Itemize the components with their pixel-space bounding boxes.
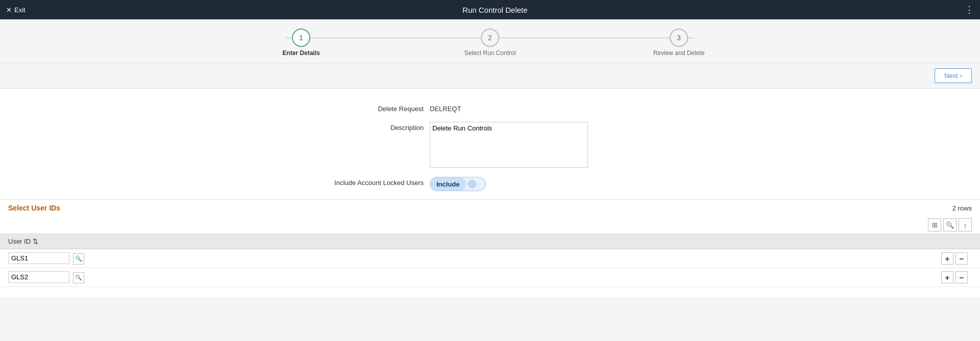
step-1-label: Enter Details [282, 49, 320, 57]
step-1-circle: 1 [292, 29, 310, 47]
user-id-search-button[interactable]: 🔍 [73, 253, 84, 265]
description-row: Description Delete Run Controls [311, 122, 669, 168]
next-label: Next [944, 72, 958, 80]
top-bar: ✕ Exit Run Control Delete ⋮ [0, 0, 980, 19]
select-users-header: Select User IDs 2 rows [0, 200, 980, 216]
page-title: Run Control Delete [462, 6, 528, 14]
row-actions-cell: + − [649, 268, 980, 287]
main-content: Delete Request DELREQT Description Delet… [0, 89, 980, 297]
table-header-row: User ID ⇅ [0, 234, 980, 249]
table-row: 🔍 + − [0, 268, 980, 287]
sort-indicator: ⇅ [33, 238, 38, 245]
more-icon: ⋮ [965, 5, 974, 15]
toolbar-row: ⊞ 🔍 ↕ [0, 216, 980, 234]
toggle-active-label: Include [430, 177, 466, 191]
step-3[interactable]: 3 Review and Delete [638, 29, 720, 57]
sort-icon-button[interactable]: ↕ [959, 218, 972, 231]
stepper: 1 Enter Details 2 Select Run Control 3 R… [260, 29, 720, 57]
description-textarea[interactable]: Delete Run Controls [430, 122, 588, 168]
include-locked-row: Include Account Locked Users Include [311, 177, 669, 191]
toggle-dot [468, 180, 476, 188]
users-table: User ID ⇅ 🔍 + − [0, 234, 980, 287]
form-area: Delete Request DELREQT Description Delet… [0, 103, 980, 191]
user-id-input[interactable] [8, 252, 69, 264]
step-2-circle: 2 [481, 29, 499, 47]
include-toggle[interactable]: Include [430, 177, 486, 191]
delete-request-row: Delete Request DELREQT [311, 103, 669, 113]
select-users-section: Select User IDs 2 rows ⊞ 🔍 ↕ User ID ⇅ [0, 199, 980, 287]
stepper-area: 1 Enter Details 2 Select Run Control 3 R… [0, 19, 980, 63]
step-3-circle: 3 [670, 29, 688, 47]
search-icon: 🔍 [946, 221, 954, 229]
next-icon: › [960, 72, 962, 80]
actions-column-header [649, 234, 980, 249]
remove-row-button[interactable]: − [955, 252, 968, 265]
step-3-label: Review and Delete [653, 49, 705, 57]
add-row-button[interactable]: + [941, 271, 953, 283]
filter-icon-button[interactable]: ⊞ [928, 218, 941, 231]
exit-button[interactable]: ✕ Exit [6, 6, 26, 14]
more-options-button[interactable]: ⋮ [965, 4, 974, 15]
sort-icon: ↕ [964, 221, 967, 229]
search-icon: 🔍 [75, 274, 82, 281]
action-row: Next › [0, 63, 980, 89]
user-id-cell: 🔍 [0, 249, 649, 268]
row-actions: + − [657, 271, 972, 283]
step-2-label: Select Run Control [464, 49, 516, 57]
include-locked-label: Include Account Locked Users [311, 177, 424, 187]
select-users-title: Select User IDs [8, 204, 60, 212]
table-row: 🔍 + − [0, 249, 980, 268]
close-icon: ✕ [6, 6, 12, 14]
delete-request-value: DELREQT [430, 103, 461, 113]
remove-row-button[interactable]: − [955, 271, 968, 283]
delete-request-label: Delete Request [311, 103, 424, 113]
user-id-cell: 🔍 [0, 268, 649, 287]
rows-count: 2 rows [952, 204, 972, 212]
user-id-input[interactable] [8, 271, 69, 283]
user-id-column-header: User ID ⇅ [0, 234, 649, 249]
filter-icon: ⊞ [932, 221, 938, 229]
exit-label: Exit [14, 6, 26, 14]
search-icon: 🔍 [75, 255, 82, 262]
add-row-button[interactable]: + [941, 252, 953, 265]
row-actions: + − [657, 252, 972, 265]
description-label: Description [311, 122, 424, 132]
step-2[interactable]: 2 Select Run Control [449, 29, 531, 57]
search-icon-button[interactable]: 🔍 [943, 218, 957, 231]
next-button[interactable]: Next › [935, 68, 972, 83]
row-actions-cell: + − [649, 249, 980, 268]
user-id-search-button[interactable]: 🔍 [73, 272, 84, 283]
step-1[interactable]: 1 Enter Details [260, 29, 342, 57]
